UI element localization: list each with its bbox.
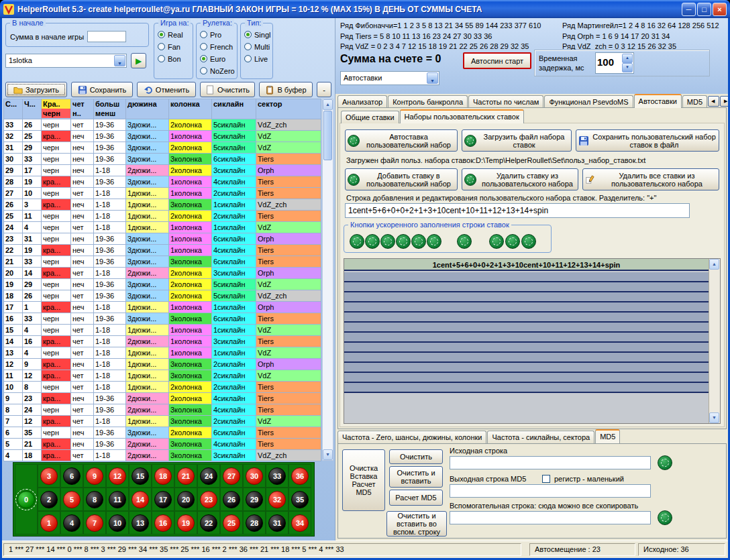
quick-chip-button[interactable]	[350, 234, 364, 249]
spinner-up-button[interactable]	[622, 54, 633, 63]
subtab-general-bets[interactable]: Общие ставки	[341, 111, 399, 123]
roulette-number-28[interactable]: 28	[246, 514, 263, 532]
radio-icon[interactable]	[200, 31, 207, 38]
history-row[interactable]: 635черннеч19-363дюжи...2колонка6сиклайнT…	[4, 427, 321, 439]
bet-list-row[interactable]	[344, 333, 709, 343]
history-row[interactable]: 1112кра...чет1-181дюжи...3колонка2сиклай…	[4, 370, 321, 382]
history-row[interactable]: 3129черннеч19-363дюжи...2колонка5сиклайн…	[4, 142, 321, 154]
tab-scroll-right-button[interactable]	[720, 96, 728, 107]
autobet-user-set-button[interactable]: Автоставка пользовательский набор	[345, 129, 458, 152]
history-row[interactable]: 1633черннеч19-363дюжи...3колонка6сиклайн…	[4, 313, 321, 325]
md5-clear-paste-aux-button[interactable]: Очистить и вставить во вспом. строку	[386, 511, 447, 537]
radio-option-bon[interactable]: Bon	[158, 54, 191, 64]
history-row[interactable]: 521кра...неч19-362дюжи...3колонка4сиклай…	[4, 439, 321, 450]
quick-chip-button[interactable]	[521, 234, 536, 249]
bet-list-row[interactable]	[344, 353, 709, 363]
clear-button[interactable]: Очистить	[200, 82, 255, 97]
minimize-button[interactable]: ─	[682, 3, 696, 16]
roulette-number-31[interactable]: 31	[268, 514, 286, 532]
remove-all-bets-button[interactable]: Удалить все ставки из пользовательского …	[582, 168, 719, 190]
tab-psevdoms[interactable]: Функционал PsevdoMS	[544, 95, 633, 108]
history-row[interactable]: 244чернчет1-181дюжи...1колонка1сиклайнVd…	[4, 222, 321, 233]
radio-option-pro[interactable]: Pro	[200, 30, 235, 40]
slot-select[interactable]: 1slotka	[5, 54, 127, 68]
roulette-number-1[interactable]: 1	[40, 514, 58, 532]
radio-option-real[interactable]: Real	[158, 30, 191, 40]
history-row[interactable]: 263кра...неч1-181дюжи...3колонка1сиклайн…	[4, 199, 321, 211]
maximize-button[interactable]: □	[697, 3, 711, 16]
roulette-number-10[interactable]: 10	[109, 514, 126, 532]
history-row[interactable]: 134чернчет1-181дюжи...1колонка1сиклайнVd…	[4, 347, 321, 359]
radio-option-singl[interactable]: Singl	[244, 30, 270, 40]
radio-icon[interactable]	[244, 55, 252, 62]
radio-option-nozero[interactable]: NoZero	[200, 66, 235, 76]
radio-icon[interactable]	[244, 43, 252, 50]
roulette-number-9[interactable]: 9	[86, 467, 103, 485]
save-button[interactable]: Сохранить	[71, 82, 133, 97]
autobets-select[interactable]: Автоставки	[340, 71, 439, 85]
load-bet-set-file-button[interactable]: Загрузить файл набора ставок	[462, 129, 572, 152]
remove-bet-button[interactable]: Удалить ставку из пользовательского набо…	[462, 168, 578, 190]
scroll-down-button[interactable]	[323, 449, 333, 460]
roulette-number-11[interactable]: 11	[109, 491, 126, 508]
scroll-thumb[interactable]	[323, 111, 332, 160]
autospin-start-button[interactable]: Автоспин старт	[463, 52, 531, 69]
roulette-number-23[interactable]: 23	[200, 491, 217, 508]
roulette-number-29[interactable]: 29	[246, 491, 263, 508]
roulette-number-25[interactable]: 25	[223, 514, 240, 532]
subtab-user-bet-sets[interactable]: Наборы пользовательских ставок	[400, 109, 524, 123]
column-header[interactable]: дюжина	[126, 99, 169, 119]
roulette-number-34[interactable]: 34	[291, 514, 309, 532]
history-row[interactable]: 2331черннеч19-363дюжи...1колонка6сиклайн…	[4, 233, 321, 245]
roulette-number-13[interactable]: 13	[132, 514, 149, 532]
load-button[interactable]: Загрузить	[5, 82, 67, 97]
roulette-number-7[interactable]: 7	[86, 514, 103, 532]
history-row[interactable]: 923кра...неч19-362дюжи...2колонка4сиклай…	[4, 393, 321, 404]
roulette-number-21[interactable]: 21	[177, 467, 195, 485]
table-scrollbar[interactable]	[322, 99, 333, 461]
bets-list-scrollbar[interactable]	[709, 259, 720, 423]
copy-to-buffer-button[interactable]: В буфер	[259, 82, 313, 97]
history-row[interactable]: 1929черннеч19-363дюжи...2колонка5сиклайн…	[4, 279, 321, 290]
bet-list-row[interactable]	[344, 292, 709, 302]
roulette-number-36[interactable]: 36	[291, 467, 309, 485]
history-row[interactable]: 2133черннеч19-363дюжи...3колонка6сиклайн…	[4, 256, 321, 268]
roulette-number-3[interactable]: 3	[40, 467, 58, 485]
md5-clear-and-paste-button[interactable]: Очистить и вставить	[389, 466, 443, 488]
bottom-tab-md5[interactable]: MD5	[595, 429, 620, 443]
md5-calculate-button[interactable]: Расчет MD5	[389, 490, 443, 506]
md5-source-chip-button[interactable]	[658, 455, 672, 470]
scroll-up-button[interactable]	[323, 99, 333, 110]
history-row[interactable]: 2014кра...чет1-182дюжи...2колонка3сиклай…	[4, 268, 321, 279]
roulette-number-12[interactable]: 12	[109, 467, 126, 485]
roulette-number-6[interactable]: 6	[63, 467, 81, 485]
history-row[interactable]: 108чернчет1-181дюжи...2колонка2сиклайнTi…	[4, 382, 321, 393]
bottom-tab-freq-zero[interactable]: Частота - Zero, шансы, дюжины, колонки	[337, 431, 486, 443]
undo-button[interactable]: Отменить	[137, 82, 196, 97]
start-sum-input[interactable]	[87, 31, 126, 42]
bet-list-row[interactable]	[344, 272, 709, 282]
roulette-number-18[interactable]: 18	[154, 467, 172, 485]
column-header[interactable]: Кра..черн	[42, 99, 71, 119]
history-row[interactable]: 1416кра...чет1-182дюжи...1колонка3сиклай…	[4, 336, 321, 347]
radio-icon[interactable]	[158, 43, 165, 50]
md5-clear-button[interactable]: Очистить	[389, 449, 443, 464]
roulette-number-19[interactable]: 19	[177, 514, 195, 532]
history-row[interactable]: 3326чернчет19-363дюжи...2колонка5сиклайн…	[4, 119, 321, 131]
roulette-number-8[interactable]: 8	[86, 491, 103, 508]
roulette-number-32[interactable]: 32	[268, 491, 286, 508]
dropdown-arrow-icon[interactable]	[114, 55, 125, 66]
tab-autobets[interactable]: Автоставки	[634, 94, 682, 108]
quick-chip-button[interactable]	[365, 234, 380, 249]
roulette-number-33[interactable]: 33	[268, 467, 286, 485]
roulette-number-26[interactable]: 26	[223, 491, 240, 508]
spinner-down-button[interactable]	[622, 63, 633, 72]
delay-spinner[interactable]	[595, 52, 634, 74]
history-row[interactable]: 2917черннеч1-182дюжи...2колонка3сиклайнO…	[4, 165, 321, 176]
quick-chip-button[interactable]	[489, 234, 504, 249]
scroll-down-button[interactable]	[709, 412, 719, 423]
tab-scroll-left-button[interactable]	[708, 96, 719, 107]
scroll-up-button[interactable]	[709, 259, 719, 270]
md5-aux-chip-button[interactable]	[658, 510, 672, 525]
history-row[interactable]: 154чернчет1-181дюжи...1колонка1сиклайнVd…	[4, 325, 321, 336]
